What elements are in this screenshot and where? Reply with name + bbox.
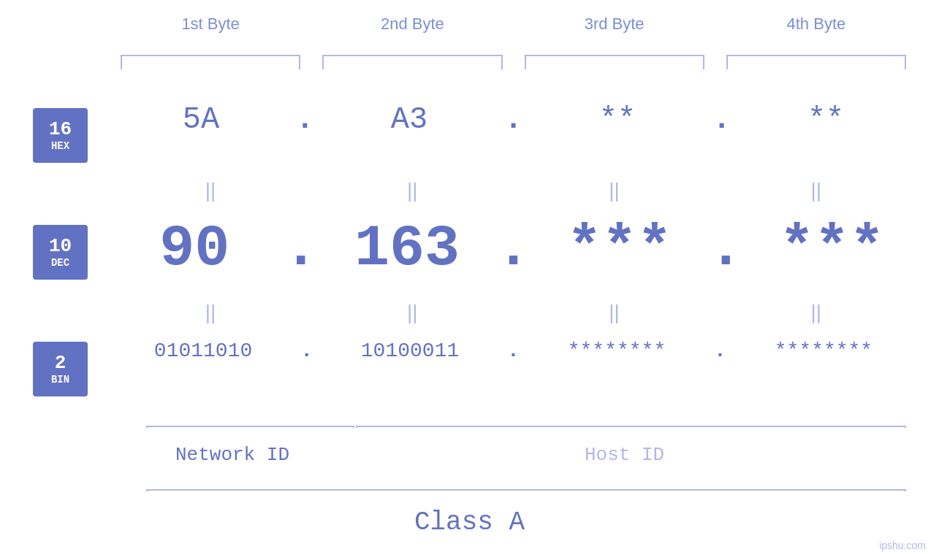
byte2-top-bracket bbox=[322, 55, 502, 69]
network-id-label: Network ID bbox=[175, 444, 289, 466]
eq1-byte1: || bbox=[110, 179, 311, 202]
bin-byte2: 10100011 bbox=[316, 340, 503, 362]
bin-byte2-value: 10100011 bbox=[361, 340, 459, 362]
dec-byte4: *** bbox=[747, 215, 917, 282]
bin-dot3: . bbox=[714, 340, 726, 362]
bin-badge-number: 2 bbox=[55, 353, 66, 374]
hex-badge-label: HEX bbox=[51, 140, 69, 152]
hex-badge-number: 16 bbox=[49, 119, 72, 140]
watermark: ipshu.com bbox=[879, 540, 926, 551]
bin-badge-label: BIN bbox=[51, 374, 69, 386]
eq1-byte4: || bbox=[715, 179, 917, 202]
hex-dot1: . bbox=[296, 102, 314, 137]
eq2-byte4: || bbox=[715, 301, 917, 324]
eq1-byte2: || bbox=[311, 179, 513, 202]
bin-byte1-value: 01011010 bbox=[154, 340, 252, 362]
bin-dot2: . bbox=[507, 340, 520, 362]
dec-byte2: 163 bbox=[322, 215, 493, 282]
byte4-header: 4th Byte bbox=[715, 15, 917, 34]
byte1-top-bracket bbox=[121, 55, 300, 69]
eq2-byte1: || bbox=[110, 301, 311, 324]
byte1-header: 1st Byte bbox=[110, 15, 311, 34]
dec-badge-number: 10 bbox=[49, 236, 72, 257]
byte3-top-bracket bbox=[525, 55, 704, 69]
bin-dot1: . bbox=[300, 340, 313, 362]
hex-byte3: ** bbox=[526, 102, 709, 137]
dec-byte4-value: *** bbox=[780, 215, 885, 282]
network-id-bracket bbox=[146, 426, 354, 428]
dec-dot1: . bbox=[284, 215, 319, 282]
hex-byte2-value: A3 bbox=[391, 102, 427, 137]
byte-headers: 1st Byte 2nd Byte 3rd Byte 4th Byte bbox=[110, 15, 917, 34]
dec-byte3-value: *** bbox=[567, 215, 672, 282]
bin-values-row: 01011010 . 10100011 . ******** . *******… bbox=[110, 340, 917, 362]
hex-dot3: . bbox=[712, 102, 731, 137]
bin-byte4-value: ******** bbox=[775, 340, 873, 362]
main-container: 1st Byte 2nd Byte 3rd Byte 4th Byte 16 H… bbox=[0, 0, 939, 560]
hex-byte4-value: ** bbox=[807, 102, 844, 137]
hex-byte3-value: ** bbox=[599, 102, 636, 137]
dec-badge-label: DEC bbox=[51, 257, 69, 269]
hex-byte4: ** bbox=[734, 102, 917, 137]
bin-byte3-value: ******** bbox=[568, 340, 666, 362]
equals-row-1: || || || || bbox=[110, 179, 917, 202]
dec-byte3: *** bbox=[535, 215, 705, 282]
dec-badge: 10 DEC bbox=[33, 225, 88, 280]
hex-dot2: . bbox=[504, 102, 522, 137]
eq1-byte3: || bbox=[514, 179, 715, 202]
class-label: Class A bbox=[414, 507, 525, 537]
top-brackets bbox=[110, 55, 917, 69]
dec-byte2-value: 163 bbox=[354, 215, 460, 282]
dec-values-row: 90 . 163 . *** . *** bbox=[110, 215, 917, 282]
dec-byte1: 90 bbox=[110, 215, 280, 282]
equals-row-2: || || || || bbox=[110, 301, 917, 324]
byte4-top-bracket bbox=[726, 55, 906, 69]
bin-byte3: ******** bbox=[523, 340, 710, 362]
hex-byte1: 5A bbox=[110, 102, 292, 137]
bin-byte4: ******** bbox=[730, 340, 917, 362]
host-id-bracket bbox=[356, 426, 906, 428]
byte2-header: 2nd Byte bbox=[311, 15, 513, 34]
host-id-label: Host ID bbox=[585, 444, 664, 466]
dec-byte1-value: 90 bbox=[159, 215, 229, 282]
hex-badge: 16 HEX bbox=[33, 108, 88, 163]
bin-badge: 2 BIN bbox=[33, 342, 88, 396]
dec-dot3: . bbox=[708, 215, 743, 282]
eq2-byte3: || bbox=[514, 301, 715, 324]
hex-byte1-value: 5A bbox=[183, 102, 219, 137]
dec-dot2: . bbox=[495, 215, 531, 282]
hex-byte2: A3 bbox=[318, 102, 501, 137]
bin-byte1: 01011010 bbox=[110, 340, 297, 362]
byte3-header: 3rd Byte bbox=[514, 15, 715, 34]
hex-values-row: 5A . A3 . ** . ** bbox=[110, 102, 917, 137]
class-bracket bbox=[146, 489, 906, 491]
eq2-byte2: || bbox=[311, 301, 513, 324]
